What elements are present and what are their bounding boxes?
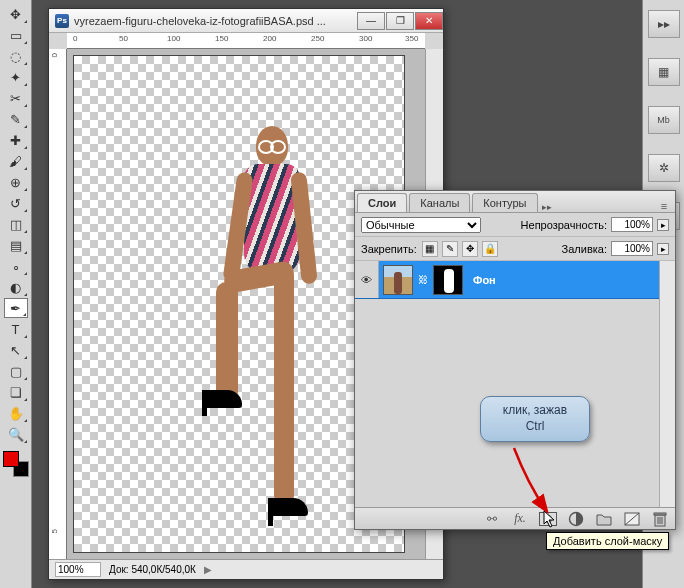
lasso-tool[interactable]: ◌: [4, 46, 28, 66]
doc-size-label: Док: 540,0К/540,0К: [109, 564, 196, 575]
move-tool[interactable]: ✥: [4, 4, 28, 24]
layers-panel: Слои Каналы Контуры ▸▸ ≡ Обычные Непрозр…: [354, 190, 676, 530]
toolbox: ✥ ▭ ◌ ✦ ✂ ✎ ✚ 🖌 ⊕ ↺ ◫ ▤ ∘ ◐ ✒ T ↖ ▢ ❏ ✋ …: [0, 0, 32, 588]
history-brush-tool[interactable]: ↺: [4, 193, 28, 213]
dock-expand-icon[interactable]: ▸▸: [648, 10, 680, 38]
tooltip-text: Добавить слой-маску: [553, 535, 662, 547]
horizontal-ruler: 0 50 100 150 200 250 300 350: [67, 33, 425, 49]
tab-channels[interactable]: Каналы: [409, 193, 470, 212]
adjustment-layer-icon[interactable]: [567, 511, 585, 527]
mask-link-icon[interactable]: ⛓: [417, 265, 429, 295]
opacity-label: Непрозрачность:: [521, 219, 607, 231]
blend-opacity-row: Обычные Непрозрачность: ▸: [355, 213, 675, 237]
layer-list-scrollbar[interactable]: [659, 261, 675, 507]
zoom-input[interactable]: [55, 562, 101, 577]
window-minimize-button[interactable]: —: [357, 12, 385, 30]
lock-icons-group: ▦ ✎ ✥ 🔒: [421, 241, 498, 257]
type-tool[interactable]: T: [4, 319, 28, 339]
layer-fx-icon[interactable]: fx.: [511, 511, 529, 527]
new-layer-icon[interactable]: [623, 511, 641, 527]
svg-rect-5: [654, 513, 666, 515]
svg-point-1: [544, 514, 552, 522]
vertical-ruler: 0 5: [49, 49, 67, 559]
window-maximize-button[interactable]: ❐: [386, 12, 414, 30]
callout-text: клик, зажав Ctrl: [503, 403, 567, 434]
blend-mode-select[interactable]: Обычные: [361, 217, 481, 233]
lock-label: Закрепить:: [361, 243, 417, 255]
mask-thumbnail[interactable]: [433, 265, 463, 295]
layers-panel-bottom: ⚯ fx.: [355, 507, 675, 529]
status-bar: Док: 540,0К/540,0К ▶: [49, 559, 443, 579]
dock-actions-icon[interactable]: ✲: [648, 154, 680, 182]
gradient-tool[interactable]: ▤: [4, 235, 28, 255]
link-layers-icon[interactable]: ⚯: [483, 511, 501, 527]
photoshop-doc-icon: Ps: [55, 14, 69, 28]
hand-tool[interactable]: ✋: [4, 403, 28, 423]
lock-pixels-icon[interactable]: ✎: [442, 241, 458, 257]
delete-layer-icon[interactable]: [651, 511, 669, 527]
tab-layers[interactable]: Слои: [357, 193, 407, 212]
path-select-tool[interactable]: ↖: [4, 340, 28, 360]
pen-tool[interactable]: ✒: [4, 298, 28, 318]
3d-tool[interactable]: ❏: [4, 382, 28, 402]
layer-thumbnail[interactable]: [383, 265, 413, 295]
fill-label: Заливка:: [562, 243, 607, 255]
document-title: vyrezaem-figuru-cheloveka-iz-fotografiiB…: [74, 15, 356, 27]
shape-tool[interactable]: ▢: [4, 361, 28, 381]
lock-transparency-icon[interactable]: ▦: [422, 241, 438, 257]
wand-tool[interactable]: ✦: [4, 67, 28, 87]
add-layer-mask-button[interactable]: [539, 511, 557, 527]
lock-position-icon[interactable]: ✥: [462, 241, 478, 257]
stamp-tool[interactable]: ⊕: [4, 172, 28, 192]
visibility-toggle-icon[interactable]: 👁: [355, 261, 379, 298]
dock-navigator-icon[interactable]: Mb: [648, 106, 680, 134]
fill-flyout-icon[interactable]: ▸: [657, 243, 669, 255]
layer-group-icon[interactable]: [595, 511, 613, 527]
foreground-color-swatch[interactable]: [3, 451, 19, 467]
opacity-flyout-icon[interactable]: ▸: [657, 219, 669, 231]
window-close-button[interactable]: ✕: [415, 12, 443, 30]
color-swatches[interactable]: [3, 451, 29, 477]
marquee-tool[interactable]: ▭: [4, 25, 28, 45]
layer-list: 👁 ⛓ Фон: [355, 261, 675, 507]
tooltip: Добавить слой-маску: [546, 532, 669, 550]
panel-menu-icon[interactable]: ≡: [653, 200, 675, 212]
dock-histogram-icon[interactable]: ▦: [648, 58, 680, 86]
callout-bubble: клик, зажав Ctrl: [480, 396, 590, 442]
panel-collapse-icon[interactable]: ▸▸: [538, 202, 556, 212]
lock-all-icon[interactable]: 🔒: [482, 241, 498, 257]
document-titlebar[interactable]: Ps vyrezaem-figuru-cheloveka-iz-fotograf…: [49, 9, 443, 33]
opacity-input[interactable]: [611, 217, 653, 232]
eraser-tool[interactable]: ◫: [4, 214, 28, 234]
lock-fill-row: Закрепить: ▦ ✎ ✥ 🔒 Заливка: ▸: [355, 237, 675, 261]
brush-tool[interactable]: 🖌: [4, 151, 28, 171]
panel-tabs: Слои Каналы Контуры ▸▸ ≡: [355, 191, 675, 213]
layer-name-label[interactable]: Фон: [473, 274, 496, 286]
fill-input[interactable]: [611, 241, 653, 256]
dodge-tool[interactable]: ◐: [4, 277, 28, 297]
crop-tool[interactable]: ✂: [4, 88, 28, 108]
zoom-tool[interactable]: 🔍: [4, 424, 28, 444]
layer-row[interactable]: 👁 ⛓ Фон: [355, 261, 675, 299]
person-figure: [164, 126, 344, 546]
blur-tool[interactable]: ∘: [4, 256, 28, 276]
eyedropper-tool[interactable]: ✎: [4, 109, 28, 129]
heal-tool[interactable]: ✚: [4, 130, 28, 150]
tab-paths[interactable]: Контуры: [472, 193, 537, 212]
